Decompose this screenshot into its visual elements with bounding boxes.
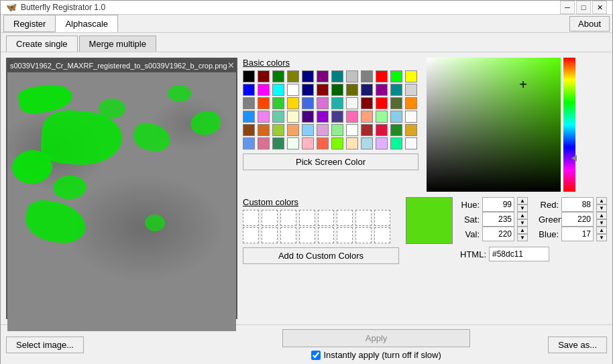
basic-color-swatch[interactable] [361,137,373,149]
custom-color-swatch[interactable] [337,210,353,226]
select-image-button[interactable]: Select image... [6,337,84,353]
basic-color-swatch[interactable] [346,84,358,96]
basic-color-swatch[interactable] [258,97,270,109]
green-up[interactable]: ▲ [596,212,607,219]
basic-color-swatch[interactable] [272,137,284,149]
basic-color-swatch[interactable] [258,137,270,149]
basic-color-swatch[interactable] [390,84,402,96]
custom-color-swatch[interactable] [243,210,259,226]
basic-color-swatch[interactable] [317,124,329,136]
maximize-button[interactable]: □ [576,1,591,14]
add-to-custom-colors-button[interactable]: Add to Custom Colors [243,247,399,264]
basic-color-swatch[interactable] [243,97,255,109]
color-gradient[interactable]: + [427,58,561,192]
custom-color-swatch[interactable] [355,227,372,243]
basic-color-swatch[interactable] [331,84,343,96]
custom-color-swatch[interactable] [299,210,315,226]
basic-color-swatch[interactable] [361,84,373,96]
basic-color-swatch[interactable] [361,124,373,136]
hue-up[interactable]: ▲ [517,197,528,204]
basic-color-swatch[interactable] [272,84,284,96]
basic-color-swatch[interactable] [331,137,343,149]
basic-color-swatch[interactable] [331,70,343,82]
basic-color-swatch[interactable] [287,97,299,109]
custom-color-swatch[interactable] [355,210,372,226]
basic-color-swatch[interactable] [346,137,358,149]
basic-color-swatch[interactable] [272,111,284,123]
basic-color-swatch[interactable] [272,70,284,82]
basic-color-swatch[interactable] [346,97,358,109]
basic-color-swatch[interactable] [243,137,255,149]
custom-color-swatch[interactable] [318,227,334,243]
basic-color-swatch[interactable] [287,84,299,96]
custom-color-swatch[interactable] [299,227,315,243]
basic-color-swatch[interactable] [302,97,314,109]
basic-color-swatch[interactable] [390,97,402,109]
basic-color-swatch[interactable] [376,70,388,82]
basic-color-swatch[interactable] [390,70,402,82]
custom-color-swatch[interactable] [243,227,259,243]
basic-color-swatch[interactable] [243,124,255,136]
val-input[interactable] [482,227,514,241]
basic-color-swatch[interactable] [376,84,388,96]
alphascale-tab[interactable]: Alphascale [55,15,118,32]
blue-up[interactable]: ▲ [596,227,607,234]
basic-color-swatch[interactable] [405,111,417,123]
basic-color-swatch[interactable] [376,137,388,149]
basic-color-swatch[interactable] [331,124,343,136]
basic-color-swatch[interactable] [346,124,358,136]
custom-color-swatch[interactable] [262,210,278,226]
basic-color-swatch[interactable] [376,111,388,123]
basic-color-swatch[interactable] [390,124,402,136]
basic-color-swatch[interactable] [317,111,329,123]
red-input[interactable] [561,197,594,212]
basic-color-swatch[interactable] [331,111,343,123]
basic-color-swatch[interactable] [390,111,402,123]
basic-color-swatch[interactable] [272,124,284,136]
apply-button[interactable]: Apply [282,329,470,347]
basic-color-swatch[interactable] [287,70,299,82]
basic-color-swatch[interactable] [258,70,270,82]
custom-color-swatch[interactable] [374,210,390,226]
basic-color-swatch[interactable] [258,111,270,123]
custom-color-swatch[interactable] [280,227,296,243]
custom-color-swatch[interactable] [280,210,296,226]
basic-color-swatch[interactable] [361,70,373,82]
red-down[interactable]: ▼ [596,204,607,212]
basic-color-swatch[interactable] [302,70,314,82]
val-down[interactable]: ▼ [517,234,528,241]
custom-color-swatch[interactable] [318,210,334,226]
basic-color-swatch[interactable] [243,111,255,123]
hue-input[interactable] [482,197,514,212]
red-up[interactable]: ▲ [596,197,607,204]
create-single-tab[interactable]: Create single [6,36,78,52]
basic-color-swatch[interactable] [317,137,329,149]
basic-color-swatch[interactable] [317,70,329,82]
blue-down[interactable]: ▼ [596,234,607,241]
hue-down[interactable]: ▼ [517,204,528,212]
custom-color-swatch[interactable] [337,227,353,243]
basic-color-swatch[interactable] [346,111,358,123]
green-down[interactable]: ▼ [596,219,607,227]
about-button[interactable]: About [569,16,610,32]
basic-color-swatch[interactable] [405,70,417,82]
basic-color-swatch[interactable] [405,84,417,96]
basic-color-swatch[interactable] [361,97,373,109]
basic-color-swatch[interactable] [376,124,388,136]
basic-color-swatch[interactable] [405,137,417,149]
custom-color-swatch[interactable] [262,227,278,243]
basic-color-swatch[interactable] [302,124,314,136]
basic-color-swatch[interactable] [361,111,373,123]
close-button[interactable]: ✕ [592,1,607,14]
basic-color-swatch[interactable] [302,137,314,149]
basic-color-swatch[interactable] [317,84,329,96]
basic-color-swatch[interactable] [258,124,270,136]
merge-multiple-tab[interactable]: Merge multiple [79,36,156,52]
basic-color-swatch[interactable] [302,84,314,96]
basic-color-swatch[interactable] [376,97,388,109]
basic-color-swatch[interactable] [302,111,314,123]
sat-down[interactable]: ▼ [517,219,528,227]
basic-color-swatch[interactable] [287,137,299,149]
basic-color-swatch[interactable] [331,97,343,109]
basic-color-swatch[interactable] [405,97,417,109]
